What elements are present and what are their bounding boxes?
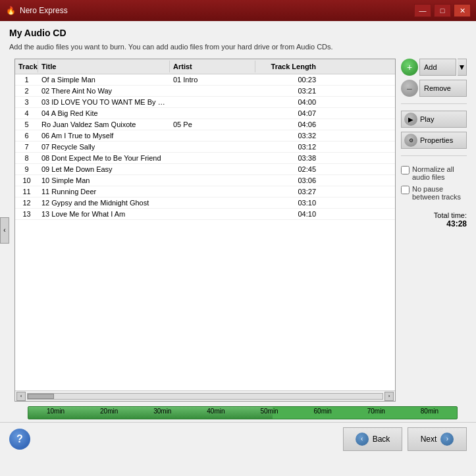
cell-length: 04:00 [255,97,321,107]
cell-artist [170,164,255,174]
table-row[interactable]: 4 04 A Big Red Kite 04:07 [15,108,395,119]
table-row[interactable]: 7 07 Recycle Sally 03:12 [15,142,395,153]
table-row[interactable]: 11 11 Running Deer 03:27 [15,186,395,198]
table-row[interactable]: 10 10 Simple Man 03:06 [15,175,395,186]
table-row[interactable]: 3 03 ID LOVE YOU TO WANT ME By Lobo 04:0… [15,97,395,108]
cell-length: 02:45 [255,164,321,174]
cell-title: Ro Juan Valdez Sam Quixote [38,119,170,130]
cell-artist [170,153,255,163]
track-panel: Track Title Artist Track Length 1 Of a S… [14,59,396,402]
progress-section: 10min20min30min40min50min60min70min80min [0,404,476,421]
cell-length: 03:10 [255,198,321,208]
add-dropdown-button[interactable]: ▼ [458,59,467,76]
scroll-right-arrow[interactable]: › [384,392,394,401]
cell-track: 9 [15,164,38,174]
no-pause-checkbox[interactable] [401,186,410,194]
cell-track: 3 [15,97,38,107]
properties-button[interactable]: ⚙ Properties [401,132,467,149]
cell-length: 04:10 [255,209,321,219]
table-row[interactable]: 2 02 There Aint No Way 03:21 [15,86,395,97]
cell-title: 03 ID LOVE YOU TO WANT ME By Lobo [38,97,170,107]
play-button[interactable]: ▶ Play [401,111,467,128]
page-title: My Audio CD [9,28,467,38]
normalize-checkbox-label[interactable]: Normalize all audio files [401,165,467,181]
cell-length: 03:12 [255,142,321,152]
cell-track: 13 [15,209,38,219]
cell-length: 04:06 [255,119,321,130]
close-button[interactable]: ✕ [454,4,471,17]
right-panel: + Add ▼ – Remove ▶ Play ⚙ Pro [401,59,467,402]
checkbox-area: Normalize all audio files No pause betwe… [401,165,467,205]
next-button[interactable]: Next › [408,427,467,451]
cell-artist [170,175,255,186]
minimize-button[interactable]: — [414,4,431,17]
cell-track: 6 [15,130,38,141]
remove-button[interactable]: Remove [419,80,467,97]
cell-artist [170,97,255,107]
header-title: Title [38,61,170,72]
track-table-header: Track Title Artist Track Length [15,59,395,74]
cell-length: 03:32 [255,130,321,141]
cell-artist [170,198,255,208]
progress-bar [28,406,458,419]
cell-track: 7 [15,142,38,152]
table-row[interactable]: 13 13 Love Me for What I Am 04:10 [15,209,395,220]
cell-track: 1 [15,74,38,85]
main-content: My Audio CD Add the audio files you want… [0,21,476,404]
table-row[interactable]: 1 Of a Simple Man 01 Intro 00:23 [15,74,395,86]
cell-track: 4 [15,108,38,119]
progress-filled [28,407,273,419]
help-button[interactable]: ? [9,429,30,450]
cell-length: 03:21 [255,86,321,96]
cell-title: 04 A Big Red Kite [38,108,170,119]
maximize-button[interactable]: □ [434,4,451,17]
table-row[interactable]: 9 09 Let Me Down Easy 02:45 [15,164,395,175]
header-length: Track Length [255,61,321,72]
cell-title: 12 Gypsy and the Midnight Ghost [38,198,170,208]
table-row[interactable]: 6 06 Am I True to Myself 03:32 [15,130,395,142]
header-artist: Artist [170,61,255,72]
content-area: ‹ Track Title Artist Track Length 1 Of a… [9,59,467,402]
cell-title: 13 Love Me for What I Am [38,209,170,219]
cell-length: 04:07 [255,108,321,119]
cell-track: 2 [15,86,38,96]
cell-artist [170,108,255,119]
cell-track: 11 [15,186,38,197]
separator-2 [401,155,467,156]
cell-title: 09 Let Me Down Easy [38,164,170,174]
scroll-thumb[interactable] [28,394,54,399]
add-icon-button[interactable]: + [401,59,418,76]
cell-artist [170,142,255,152]
track-rows-scroll[interactable]: 1 Of a Simple Man 01 Intro 00:23 2 02 Th… [15,74,395,390]
cell-length: 03:06 [255,175,321,186]
play-icon: ▶ [404,113,417,126]
cell-track: 5 [15,119,38,130]
properties-button-row: ⚙ Properties [401,132,467,149]
total-time-value: 43:28 [401,219,467,228]
play-button-row: ▶ Play [401,111,467,128]
no-pause-checkbox-label[interactable]: No pause between tracks [401,185,467,201]
total-time-label: Total time: [401,211,467,219]
table-row[interactable]: 12 12 Gypsy and the Midnight Ghost 03:10 [15,198,395,209]
app-title: Nero Express [20,6,68,15]
scroll-left-arrow[interactable]: ‹ [16,392,26,401]
remove-icon-button[interactable]: – [401,80,418,97]
normalize-checkbox[interactable] [401,166,410,174]
scroll-track-bar[interactable] [27,393,383,400]
cell-artist [170,186,255,197]
table-row[interactable]: 8 08 Dont Expect Me to Be Your Friend 03… [15,153,395,164]
add-button[interactable]: Add [419,59,456,76]
cell-title: 08 Dont Expect Me to Be Your Friend [38,153,170,163]
total-time-area: Total time: 43:28 [401,211,467,228]
cell-title: 11 Running Deer [38,186,170,197]
back-button[interactable]: ‹ Back [343,427,402,451]
title-bar: 🔥 Nero Express — □ ✕ [0,0,476,21]
progress-bar-area: 10min20min30min40min50min60min70min80min [28,406,458,421]
next-icon: › [440,433,454,446]
cell-length: 00:23 [255,74,321,85]
collapse-arrow[interactable]: ‹ [0,217,9,244]
cell-artist: 01 Intro [170,74,255,85]
horizontal-scrollbar[interactable]: ‹ › [15,390,395,401]
table-row[interactable]: 5 Ro Juan Valdez Sam Quixote 05 Pe 04:06 [15,119,395,130]
add-button-row: + Add ▼ [401,59,467,76]
